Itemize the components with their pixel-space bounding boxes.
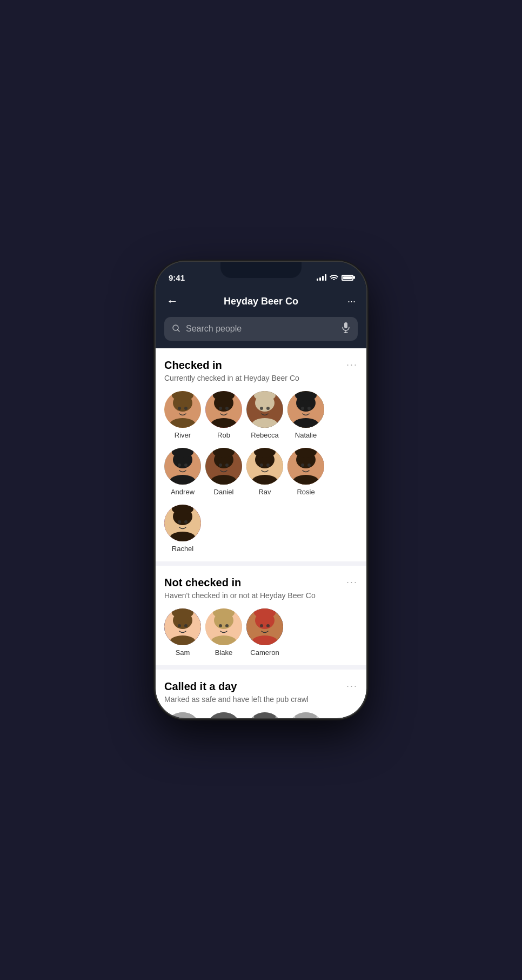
section-not-checked-in: Not checked in···Haven't checked in or n… <box>156 566 366 665</box>
svg-point-20 <box>260 407 263 410</box>
avatar-rob <box>205 391 242 428</box>
avatar-item-charlie[interactable]: Charlie <box>205 712 242 718</box>
section-title-called-it-a-day: Called it a day <box>164 680 237 693</box>
avatar-item-sam[interactable]: Sam <box>164 608 201 657</box>
avatar-item-daniel[interactable]: Daniel <box>205 448 242 496</box>
section-header-checked-in: Checked in··· <box>164 359 358 372</box>
avatar-name-rebecca: Rebecca <box>251 431 278 439</box>
avatar-item-rosie[interactable]: Rosie <box>287 448 324 496</box>
section-more-checked-in[interactable]: ··· <box>346 359 358 370</box>
avatar-daniel <box>205 448 242 485</box>
search-bar[interactable]: Search people <box>164 317 358 341</box>
face-rebecca <box>246 391 283 428</box>
svg-point-97 <box>295 712 317 718</box>
avatar-andrew <box>164 448 201 485</box>
svg-point-27 <box>307 407 311 410</box>
avatars-grid-called-it-a-day: Taylor Charlie Tyler Max <box>164 712 358 718</box>
svg-point-32 <box>178 463 181 467</box>
avatar-name-blake: Blake <box>215 648 233 657</box>
avatar-item-max[interactable]: Max <box>287 712 324 718</box>
svg-line-1 <box>178 329 180 332</box>
face-rachel <box>164 505 201 541</box>
avatar-name-rachel: Rachel <box>172 545 193 553</box>
face-river <box>164 391 201 428</box>
svg-point-69 <box>225 624 229 627</box>
content-area: Checked in···Currently checked in at Hey… <box>156 348 366 718</box>
svg-point-8 <box>178 407 181 410</box>
microphone-icon[interactable] <box>342 322 350 335</box>
face-daniel <box>205 448 242 485</box>
avatar-rosie <box>287 448 324 485</box>
battery-icon <box>342 275 353 281</box>
svg-point-45 <box>266 463 270 467</box>
avatar-item-blake[interactable]: Blake <box>205 608 242 657</box>
face-rav <box>246 448 283 485</box>
svg-point-79 <box>172 712 193 718</box>
wifi-icon <box>330 273 338 282</box>
face-max <box>287 712 324 718</box>
avatar-item-rachel[interactable]: Rachel <box>164 505 201 553</box>
avatar-item-rav[interactable]: Rav <box>246 448 283 496</box>
svg-point-68 <box>219 624 222 627</box>
svg-point-50 <box>301 463 304 467</box>
avatar-rav <box>246 448 283 485</box>
svg-point-9 <box>184 407 188 410</box>
svg-point-26 <box>301 407 304 410</box>
avatar-taylor <box>164 712 201 718</box>
avatar-item-natalie[interactable]: Natalie <box>287 391 324 439</box>
avatar-name-daniel: Daniel <box>214 488 234 496</box>
svg-point-21 <box>266 407 270 410</box>
back-button[interactable]: ← <box>166 294 183 308</box>
phone-frame: 9:41 <box>156 262 366 718</box>
svg-point-85 <box>213 712 235 718</box>
avatar-rebecca <box>246 391 283 428</box>
face-andrew <box>164 448 201 485</box>
avatar-charlie <box>205 712 242 718</box>
avatar-max <box>287 712 324 718</box>
avatar-river <box>164 391 201 428</box>
avatar-sam <box>164 608 201 645</box>
avatar-name-rosie: Rosie <box>297 488 314 496</box>
avatar-item-cameron[interactable]: Cameron <box>246 608 283 657</box>
svg-point-14 <box>219 407 222 410</box>
face-tyler <box>246 712 283 718</box>
search-placeholder: Search people <box>186 324 336 334</box>
phone-inner: 9:41 <box>156 262 366 718</box>
svg-point-33 <box>184 463 188 467</box>
avatar-natalie <box>287 391 324 428</box>
header: ← Heyday Beer Co ··· <box>156 289 366 317</box>
avatar-item-andrew[interactable]: Andrew <box>164 448 201 496</box>
avatar-blake <box>205 608 242 645</box>
section-header-called-it-a-day: Called it a day··· <box>164 680 358 693</box>
status-time: 9:41 <box>169 273 185 282</box>
face-rob <box>205 391 242 428</box>
svg-point-91 <box>254 712 276 718</box>
section-more-called-it-a-day[interactable]: ··· <box>346 680 358 692</box>
avatar-name-natalie: Natalie <box>295 431 317 439</box>
face-blake <box>205 608 242 645</box>
section-called-it-a-day: Called it a day···Marked as safe and hav… <box>156 670 366 718</box>
section-more-not-checked-in[interactable]: ··· <box>346 577 358 588</box>
avatar-item-river[interactable]: River <box>164 391 201 439</box>
more-button[interactable]: ··· <box>339 296 356 307</box>
face-sam <box>164 608 201 645</box>
avatar-name-andrew: Andrew <box>171 488 195 496</box>
search-container: Search people <box>156 317 366 348</box>
avatar-item-rebecca[interactable]: Rebecca <box>246 391 283 439</box>
svg-point-56 <box>178 520 181 524</box>
section-subtitle-not-checked-in: Haven't checked in or not at Heyday Beer… <box>164 591 358 600</box>
signal-icon <box>317 274 326 281</box>
svg-point-51 <box>307 463 311 467</box>
avatar-item-taylor[interactable]: Taylor <box>164 712 201 718</box>
svg-point-63 <box>184 624 188 627</box>
search-icon <box>172 324 180 334</box>
face-taylor <box>164 712 201 718</box>
avatar-name-rav: Rav <box>258 488 271 496</box>
svg-point-62 <box>178 624 181 627</box>
avatar-item-tyler[interactable]: Tyler <box>246 712 283 718</box>
avatar-item-rob[interactable]: Rob <box>205 391 242 439</box>
avatar-name-river: River <box>175 431 191 439</box>
svg-point-57 <box>184 520 188 524</box>
face-charlie <box>205 712 242 718</box>
section-subtitle-checked-in: Currently checked in at Heyday Beer Co <box>164 374 358 382</box>
